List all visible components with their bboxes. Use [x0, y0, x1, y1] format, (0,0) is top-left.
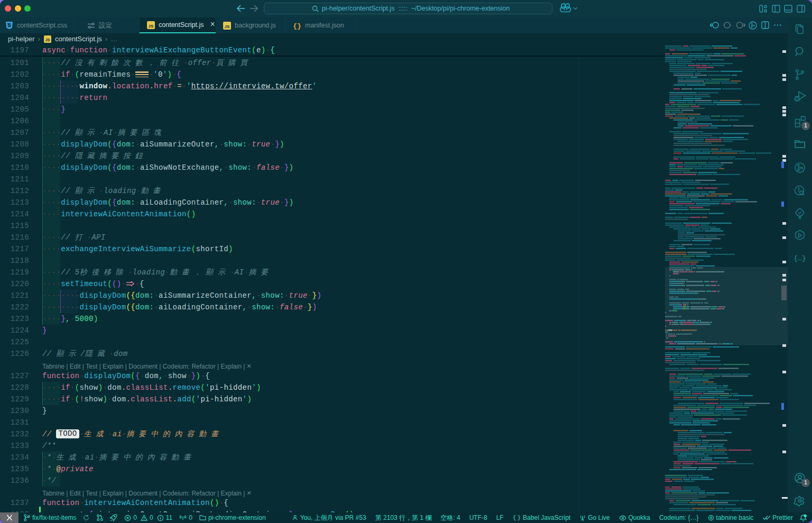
svg-text:{…}: {…} — [793, 254, 806, 262]
svg-text:{}: {} — [293, 22, 301, 30]
svg-text:JS: JS — [45, 37, 50, 42]
svg-text:JS: JS — [149, 23, 154, 28]
svg-text:JS: JS — [225, 24, 230, 29]
